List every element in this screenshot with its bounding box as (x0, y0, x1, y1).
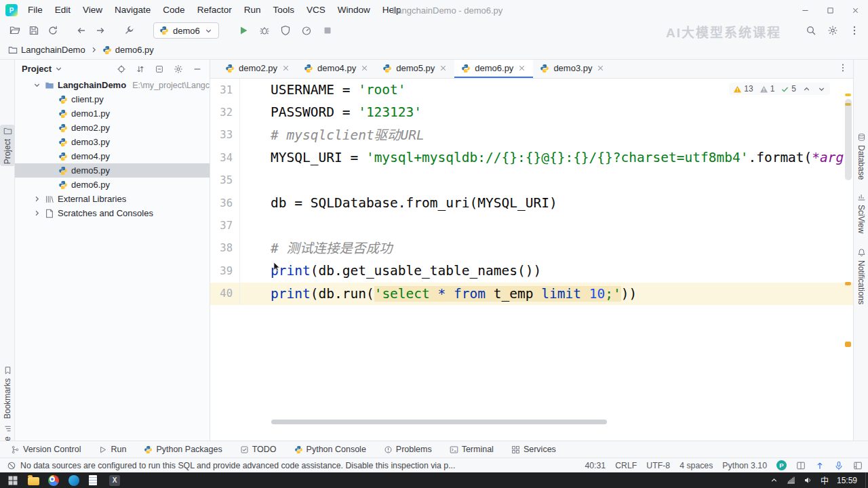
run-configuration-select[interactable]: demo6 (153, 22, 219, 39)
split-icon[interactable] (796, 461, 806, 470)
edge-icon[interactable] (64, 472, 84, 488)
tree-file-demo5[interactable]: demo5.py (15, 163, 210, 178)
code-line-40[interactable]: 40print(db.run('select * from t_emp limi… (210, 283, 853, 305)
stop-button[interactable] (319, 22, 336, 39)
code-line-35[interactable]: 35 (210, 169, 853, 192)
tab-demo5[interactable]: demo5.py (376, 60, 454, 78)
profiler-button[interactable] (298, 22, 315, 39)
search-everywhere-button[interactable] (803, 22, 819, 39)
code-line-39[interactable]: 39print(db.get_usable_table_names()) (210, 260, 853, 282)
clock[interactable]: 15:59 (837, 476, 857, 485)
microphone-icon[interactable] (834, 461, 844, 470)
chevron-right-icon[interactable] (33, 195, 41, 203)
passed-count[interactable]: 5 (781, 84, 796, 94)
code-line-36[interactable]: 36db = SQLDatabase.from_uri(MYSQL_URI) (210, 192, 853, 214)
menu-tools[interactable]: Tools (267, 0, 300, 20)
tab-demo6[interactable]: demo6.py (454, 60, 533, 78)
vertical-scrollbar[interactable] (845, 99, 852, 180)
pycharm-logo-icon[interactable]: P (5, 4, 18, 16)
scrollbar-warning-mark[interactable] (845, 94, 851, 96)
chevron-right-icon[interactable] (33, 209, 41, 218)
close-icon[interactable] (360, 64, 369, 73)
collapse-button[interactable] (151, 61, 167, 77)
settings-button[interactable] (170, 61, 186, 77)
tray-up-icon[interactable] (770, 476, 778, 485)
status-UTF-8[interactable]: UTF-8 (646, 461, 670, 470)
breadcrumb-item-demo6.py[interactable]: demo6.py (102, 45, 154, 55)
external-tools-button[interactable] (121, 22, 137, 39)
menu-window[interactable]: Window (332, 0, 376, 20)
next-problem-icon[interactable] (817, 85, 826, 94)
update-icon[interactable] (815, 461, 825, 470)
menu-navigate[interactable]: Navigate (108, 0, 157, 20)
toolwindow-version-control[interactable]: Version Control (11, 445, 81, 454)
tree-file-demo4[interactable]: demo4.py (15, 149, 210, 163)
tree-file-demo1[interactable]: demo1.py (15, 106, 210, 121)
inspections-widget[interactable]: 13 1 5 (729, 83, 830, 95)
toolwindow-python-packages[interactable]: Python Packages (144, 445, 222, 454)
status-CRLF[interactable]: CRLF (615, 461, 637, 470)
status-message[interactable]: No data sources are configured to run th… (20, 461, 455, 470)
status-4-spaces[interactable]: 4 spaces (679, 461, 713, 470)
code-line-38[interactable]: 38# 测试连接是否成功 (210, 237, 853, 260)
settings-button[interactable] (825, 22, 841, 39)
tree-file-demo3[interactable]: demo3.py (15, 135, 210, 149)
tab-demo3[interactable]: demo3.py (533, 60, 612, 78)
code-editor[interactable]: 31USERNAME = 'root'32PASSWORD = '123123'… (210, 79, 853, 441)
save-all-button[interactable] (26, 22, 42, 39)
tab-demo4[interactable]: demo4.py (297, 60, 376, 78)
code-line-32[interactable]: 32PASSWORD = '123123' (210, 101, 853, 123)
stripe-bookmarks[interactable]: Bookmarks (0, 366, 15, 419)
menu-edit[interactable]: Edit (49, 0, 77, 20)
toolwindow-problems[interactable]: Problems (384, 445, 432, 454)
menu-run[interactable]: Run (238, 0, 267, 20)
toolwindow-services[interactable]: Services (511, 445, 556, 454)
breadcrumb-item-LangchainDemo[interactable]: LangchainDemo (8, 45, 85, 55)
sort-button[interactable] (132, 61, 149, 77)
tree-node-scratches-and-consoles[interactable]: Scratches and Consoles (15, 206, 210, 220)
weak-warnings-count[interactable]: 1 (760, 84, 775, 94)
minimize-icon[interactable] (801, 6, 810, 15)
stripe-notifications[interactable]: Notifications (854, 248, 868, 304)
close-icon[interactable] (439, 64, 448, 73)
scrollbar-warning-mark[interactable] (845, 282, 851, 285)
hide-button[interactable] (189, 61, 205, 77)
stripe-database[interactable]: Database (854, 133, 868, 180)
toolwindow-python-console[interactable]: Python Console (294, 445, 366, 454)
show-desktop-button[interactable] (865, 472, 868, 488)
menu-vcs[interactable]: VCS (300, 0, 332, 20)
close-icon[interactable] (281, 64, 290, 73)
horizontal-scrollbar[interactable] (271, 420, 607, 424)
coverage-button[interactable] (277, 22, 294, 39)
debug-button[interactable] (256, 22, 273, 39)
volume-icon[interactable] (804, 476, 812, 485)
project-panel-title[interactable]: Project (22, 64, 52, 74)
code-line-34[interactable]: 34MYSQL_URI = 'mysql+mysqldb://{}:{}@{}:… (210, 146, 853, 169)
toolwindow-run[interactable]: Run (98, 445, 126, 454)
chevron-down-icon[interactable] (54, 64, 63, 73)
tab-options-icon[interactable] (838, 63, 848, 73)
target-button[interactable] (113, 61, 130, 77)
menu-code[interactable]: Code (157, 0, 191, 20)
status-40-31[interactable]: 40:31 (585, 461, 606, 470)
close-icon[interactable] (851, 6, 860, 15)
code-line-37[interactable]: 37 (210, 214, 853, 237)
menu-refactor[interactable]: Refactor (191, 0, 238, 20)
scrollbar-warning-mark[interactable] (845, 342, 851, 347)
open-folder-button[interactable] (7, 22, 23, 39)
interpreter-widget-icon[interactable]: P (776, 460, 787, 470)
code-line-33[interactable]: 33# mysqlclient驱动URL (210, 124, 853, 146)
close-icon[interactable] (596, 64, 605, 73)
toolwindow-terminal[interactable]: Terminal (450, 445, 494, 454)
network-icon[interactable] (787, 476, 795, 485)
back-button[interactable] (73, 22, 90, 39)
chevron-down-icon[interactable] (33, 81, 41, 89)
tab-demo2[interactable]: demo2.py (218, 60, 297, 78)
explorer-icon[interactable] (23, 472, 43, 488)
menu-view[interactable]: View (77, 0, 108, 20)
stripe-project[interactable]: Project (0, 125, 15, 166)
input-language-indicator[interactable]: 中 (821, 474, 829, 486)
tree-file-client[interactable]: client.py (15, 92, 210, 106)
app-x-icon[interactable]: X (104, 472, 125, 488)
run-button[interactable] (235, 22, 252, 39)
